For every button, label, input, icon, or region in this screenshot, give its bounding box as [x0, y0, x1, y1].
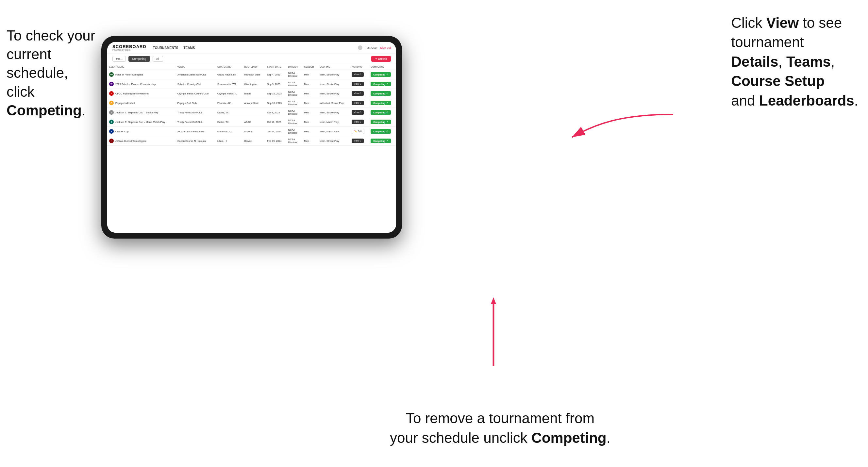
cell-gender: Men: [302, 98, 318, 108]
cell-city: Lihue, HI: [215, 136, 242, 146]
cell-scoring: individual, Stroke Play: [318, 98, 350, 108]
competing-button[interactable]: Competing: [371, 91, 391, 96]
cell-hosted: ABAC: [242, 117, 265, 127]
filter-bar: Ho... Competing All + Create: [107, 54, 396, 64]
cell-division: NCAADivision I: [286, 89, 302, 98]
event-name: Folds of Honor Collegiate: [115, 73, 143, 76]
actions-cell: View ⊙: [350, 117, 369, 127]
team-logo: H: [109, 138, 114, 143]
create-button[interactable]: + Create: [371, 56, 391, 62]
col-actions: ACTIONS: [350, 64, 369, 70]
brand-name: SCOREBOARD: [113, 44, 147, 49]
cell-start_date: Sep 15, 2023: [265, 89, 286, 98]
team-logo: W: [109, 82, 114, 86]
competing-button[interactable]: Competing: [371, 120, 391, 124]
cell-start_date: Sep 4, 2023: [265, 70, 286, 80]
cell-city: Sammamish, WA: [215, 80, 242, 89]
event-name: Copper Cup: [115, 130, 128, 133]
cell-scoring: team, Stroke Play: [318, 136, 350, 146]
cell-division: NCAADivision I: [286, 108, 302, 117]
filter-home-button[interactable]: Ho...: [113, 56, 126, 62]
edit-button[interactable]: ✏️ Edit: [352, 129, 364, 134]
col-hosted-by: HOSTED BY: [242, 64, 265, 70]
team-logo: A: [109, 129, 114, 134]
competing-button[interactable]: Competing: [371, 129, 391, 134]
nav-teams[interactable]: TEAMS: [184, 46, 195, 50]
filter-all-button[interactable]: All: [153, 56, 163, 62]
competing-cell: Competing: [369, 108, 396, 117]
cell-venue: Ak-Chin Southern Dunes: [176, 127, 215, 136]
cell-venue: Olympia Fields Country Club: [176, 89, 215, 98]
competing-button[interactable]: Competing: [371, 101, 391, 105]
view-button[interactable]: View ⊙: [352, 101, 364, 105]
event-name: John A. Burns Intercollegiate: [115, 139, 147, 143]
filter-competing-button[interactable]: Competing: [128, 56, 150, 62]
cell-gender: Men: [302, 117, 318, 127]
team-logo: FH: [109, 72, 114, 77]
nav-tournaments[interactable]: TOURNAMENTS: [153, 46, 179, 50]
competing-button[interactable]: Competing: [371, 138, 391, 143]
table-row: I OFCC Fighting Illini Invitational Olym…: [107, 89, 396, 98]
competing-cell: Competing: [369, 98, 396, 108]
col-city-state: CITY, STATE: [215, 64, 242, 70]
cell-city: Olympia Fields, IL: [215, 89, 242, 98]
nav-links: TOURNAMENTS TEAMS: [153, 46, 195, 50]
team-logo: J: [109, 120, 114, 124]
view-button[interactable]: View ⊙: [352, 110, 364, 115]
col-competing: COMPETING: [369, 64, 396, 70]
competing-button[interactable]: Competing: [371, 82, 391, 86]
cell-city: Maricopa, AZ: [215, 127, 242, 136]
competing-button[interactable]: Competing: [371, 110, 391, 115]
view-button[interactable]: View ⊙: [352, 120, 364, 124]
actions-cell: View ⊙: [350, 136, 369, 146]
cell-hosted: [242, 108, 265, 117]
table-row: A Copper Cup Ak-Chin Southern DunesMaric…: [107, 127, 396, 136]
cell-hosted: Hawaii: [242, 136, 265, 146]
cell-start_date: Jan 14, 2024: [265, 127, 286, 136]
competing-button[interactable]: Competing: [371, 72, 391, 77]
team-logo: P: [109, 101, 114, 105]
event-name: OFCC Fighting Illini Invitational: [115, 92, 149, 95]
nav-bar: SCOREBOARD Powered by clippi TOURNAMENTS…: [107, 42, 396, 54]
user-name: Test User: [365, 46, 377, 49]
sign-out-link[interactable]: Sign out: [380, 46, 391, 49]
annotation-top-right: Click View to see tournament Details, Te…: [731, 13, 858, 110]
cell-scoring: team, Match Play: [318, 117, 350, 127]
cell-division: NCAADivision I: [286, 117, 302, 127]
competing-cell: Competing: [369, 127, 396, 136]
cell-hosted: Arizona: [242, 127, 265, 136]
table-row: P Papago Individual Papago Golf ClubPhoe…: [107, 98, 396, 108]
actions-cell: View ⊙: [350, 108, 369, 117]
cell-division: NCAADivision I: [286, 127, 302, 136]
cell-venue: Trinity Forest Golf Club: [176, 117, 215, 127]
cell-division: NCAADivision I: [286, 98, 302, 108]
view-button[interactable]: View ⊙: [352, 91, 364, 96]
view-button[interactable]: View ⊙: [352, 82, 364, 86]
brand-sub: Powered by clippi: [113, 49, 147, 51]
actions-cell: View ⊙: [350, 70, 369, 80]
cell-venue: Trinity Forest Golf Club: [176, 108, 215, 117]
table-row: H John A. Burns Intercollegiate Ocean Co…: [107, 136, 396, 146]
nav-right: Test User Sign out: [358, 45, 391, 50]
tablet-screen: SCOREBOARD Powered by clippi TOURNAMENTS…: [107, 42, 396, 233]
col-event-name: EVENT NAME: [107, 64, 176, 70]
competing-cell: Competing: [369, 136, 396, 146]
event-name: Papago Individual: [115, 102, 135, 104]
cell-start_date: Oct 11, 2023: [265, 117, 286, 127]
cell-scoring: team, Stroke Play: [318, 80, 350, 89]
cell-hosted: Illinois: [242, 89, 265, 98]
team-logo: J: [109, 110, 114, 115]
view-button[interactable]: View ⊙: [352, 72, 364, 77]
view-button[interactable]: View ⊙: [352, 138, 364, 143]
table-header-row: EVENT NAME VENUE CITY, STATE HOSTED BY S…: [107, 64, 396, 70]
cell-gender: Men: [302, 70, 318, 80]
brand: SCOREBOARD Powered by clippi: [113, 44, 147, 51]
actions-cell: View ⊙: [350, 98, 369, 108]
actions-cell: ✏️ Edit: [350, 127, 369, 136]
cell-scoring: team, Stroke Play: [318, 89, 350, 98]
table-row: J Jackson T. Stephens Cup – Men's Match …: [107, 117, 396, 127]
svg-marker-2: [491, 298, 496, 304]
tablet: SCOREBOARD Powered by clippi TOURNAMENTS…: [101, 36, 402, 239]
cell-division: NCAADivision I: [286, 70, 302, 80]
cell-city: Dallas, TX: [215, 108, 242, 117]
